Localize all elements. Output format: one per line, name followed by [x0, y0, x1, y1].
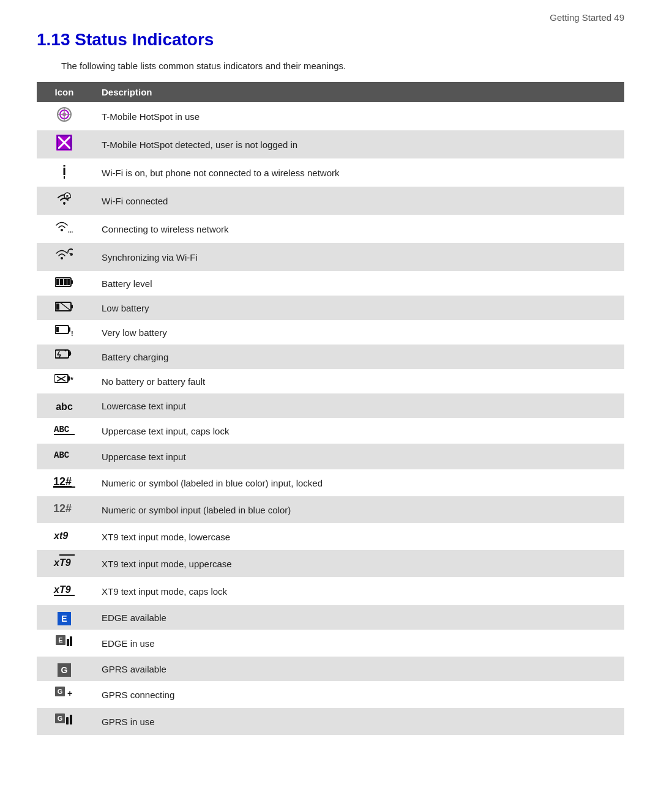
table-row: Battery charging	[37, 345, 624, 369]
svg-rect-53	[67, 639, 69, 646]
table-row: E EDGE in use	[37, 630, 624, 657]
table-row: abcLowercase text input	[37, 393, 624, 418]
description-cell: XT9 text input mode, caps lock	[92, 577, 624, 605]
icon-cell: xT9	[37, 577, 92, 605]
description-cell: T-Mobile HotSpot detected, user is not l…	[92, 130, 624, 158]
description-cell: GPRS connecting	[92, 681, 624, 708]
icon-cell: *	[37, 369, 92, 393]
description-cell: GPRS available	[92, 657, 624, 681]
icon-cell	[37, 130, 92, 158]
description-cell: Wi-Fi connected	[92, 187, 624, 215]
table-row: 12# Numeric or symbol input (labeled in …	[37, 496, 624, 523]
svg-text:G: G	[58, 715, 63, 722]
svg-rect-36	[68, 376, 70, 381]
svg-text:ABC: ABC	[54, 450, 70, 460]
description-cell: Uppercase text input, caps lock	[92, 418, 624, 444]
svg-text:...: ...	[68, 227, 73, 234]
svg-rect-61	[70, 715, 72, 724]
description-cell: XT9 text input mode, uppercase	[92, 550, 624, 577]
intro-text: The following table lists common status …	[61, 61, 624, 71]
description-cell: Synchronizing via Wi-Fi	[92, 243, 624, 271]
svg-rect-54	[70, 636, 72, 646]
table-row: 12# Numeric or symbol (labeled in blue c…	[37, 469, 624, 496]
icon-cell: G	[37, 657, 92, 681]
description-cell: No battery or battery fault	[92, 369, 624, 393]
description-cell: Battery level	[92, 271, 624, 296]
description-cell: Lowercase text input	[92, 393, 624, 418]
description-cell: Low battery	[92, 296, 624, 320]
svg-rect-30	[56, 327, 59, 332]
svg-text:12#: 12#	[53, 502, 72, 515]
description-cell: EDGE in use	[92, 630, 624, 657]
svg-rect-29	[69, 327, 70, 332]
description-cell: EDGE available	[92, 605, 624, 630]
svg-point-11	[63, 202, 65, 204]
icon-cell: abc	[37, 393, 92, 418]
page-header: Getting Started 49	[37, 12, 624, 23]
svg-text:G: G	[58, 688, 63, 695]
icon-cell: i	[37, 158, 92, 187]
svg-text:*: *	[70, 376, 73, 384]
table-header-row: Icon Description	[37, 82, 624, 102]
svg-text:12#: 12#	[53, 475, 72, 488]
table-row: G GPRS in use	[37, 708, 624, 735]
table-row: ABC Uppercase text input, caps lock	[37, 418, 624, 444]
svg-text:xT9: xT9	[53, 584, 71, 595]
svg-text:+: +	[67, 688, 72, 698]
icon-cell	[37, 243, 92, 271]
svg-rect-21	[60, 279, 63, 285]
description-cell: Connecting to wireless network	[92, 215, 624, 243]
description-cell: XT9 text input mode, lowercase	[92, 523, 624, 550]
icon-cell	[37, 102, 92, 130]
icon-cell	[37, 271, 92, 296]
description-cell: Very low battery	[92, 320, 624, 345]
table-row: EEDGE available	[37, 605, 624, 630]
table-row: * No battery or battery fault	[37, 369, 624, 393]
svg-text:xt9: xt9	[53, 531, 68, 541]
table-row: i Wi-Fi is on, but phone not connected t…	[37, 158, 624, 187]
description-column-header: Description	[92, 82, 624, 102]
description-cell: Battery charging	[92, 345, 624, 369]
svg-text:i: i	[62, 163, 66, 178]
svg-text:xT9: xT9	[53, 557, 71, 568]
icon-cell: xT9	[37, 550, 92, 577]
description-cell: GPRS in use	[92, 708, 624, 735]
svg-rect-25	[71, 305, 73, 308]
svg-rect-60	[66, 717, 69, 724]
svg-point-16	[61, 257, 63, 259]
svg-point-14	[61, 229, 63, 231]
table-row: xT9 XT9 text input mode, uppercase	[37, 550, 624, 577]
svg-text:E: E	[58, 636, 62, 644]
table-row: T-Mobile HotSpot detected, user is not l…	[37, 130, 624, 158]
svg-rect-19	[71, 280, 73, 284]
table-row: Synchronizing via Wi-Fi	[37, 243, 624, 271]
icon-cell: ABC	[37, 418, 92, 444]
description-cell: Numeric or symbol input (labeled in blue…	[92, 496, 624, 523]
icon-cell: G +	[37, 681, 92, 708]
icon-cell: ...	[37, 215, 92, 243]
status-indicators-table: Icon Description T-Mobile HotSpot in use…	[37, 82, 624, 735]
icon-cell	[37, 345, 92, 369]
icon-cell: !	[37, 320, 92, 345]
svg-text:ABC: ABC	[54, 425, 70, 434]
icon-cell: E	[37, 630, 92, 657]
table-row: ! Very low battery	[37, 320, 624, 345]
description-cell: Uppercase text input	[92, 444, 624, 469]
svg-text:$: $	[66, 194, 69, 199]
svg-line-27	[60, 302, 71, 311]
icon-cell: xt9	[37, 523, 92, 550]
icon-cell: $	[37, 187, 92, 215]
icon-column-header: Icon	[37, 82, 92, 102]
table-row: T-Mobile HotSpot in use	[37, 102, 624, 130]
table-row: xT9 XT9 text input mode, caps lock	[37, 577, 624, 605]
icon-cell: 12#	[37, 496, 92, 523]
icon-cell	[37, 296, 92, 320]
svg-rect-20	[56, 279, 59, 285]
description-cell: T-Mobile HotSpot in use	[92, 102, 624, 130]
table-row: xt9 XT9 text input mode, lowercase	[37, 523, 624, 550]
icon-cell: 12#	[37, 469, 92, 496]
table-row: Battery level	[37, 271, 624, 296]
table-row: ... Connecting to wireless network	[37, 215, 624, 243]
table-row: ABC Uppercase text input	[37, 444, 624, 469]
svg-rect-26	[56, 304, 59, 310]
